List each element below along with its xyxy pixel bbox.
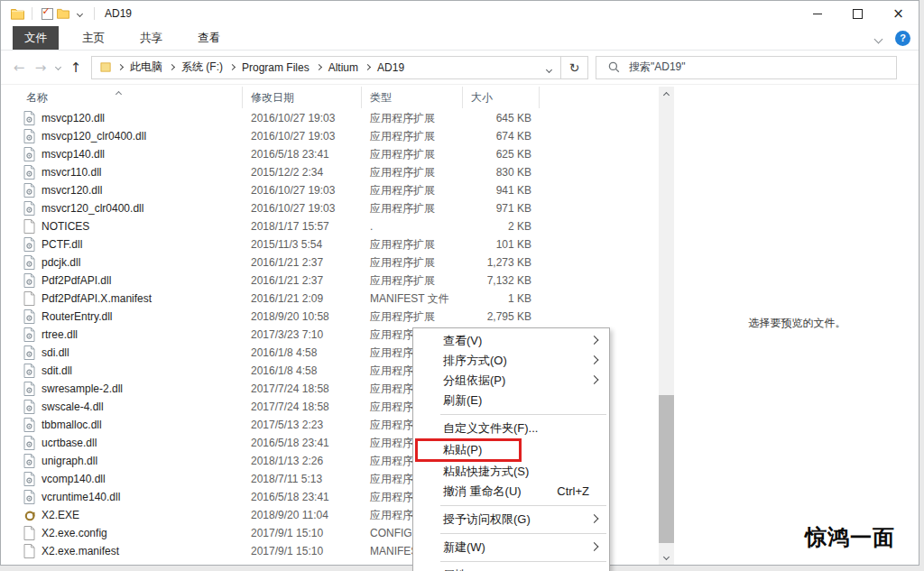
search-input[interactable]: 搜索"AD19" [629, 60, 686, 75]
recent-locations-chevron-icon[interactable] [51, 65, 64, 69]
address-dropdown-chevron-icon[interactable] [547, 60, 555, 76]
minimize-icon [813, 14, 822, 14]
up-icon: ↑ [70, 60, 82, 76]
file-size: 941 KB [463, 184, 540, 197]
file-date-modified: 2018/9/20 11:04 [243, 509, 362, 521]
dll-file-icon [23, 382, 37, 396]
file-row[interactable]: Pdf2PdfAPI.X.manifest2016/1/21 2:09MANIF… [1, 290, 659, 308]
column-header-size[interactable]: 大小 [463, 87, 540, 108]
scrollbar-thumb[interactable] [659, 395, 674, 543]
file-row[interactable]: msvcr120_clr0400.dll2016/10/27 19:03应用程序… [1, 199, 659, 217]
file-name-cell: Pdf2PdfAPI.dll [1, 273, 243, 288]
menu-item-view[interactable]: 查看(V) [413, 331, 609, 351]
file-name-cell: msvcr120.dll [1, 183, 243, 198]
column-header-date-modified[interactable]: 修改日期 [243, 87, 362, 108]
file-name: rtree.dll [42, 328, 78, 341]
file-name-cell: unigraph.dll [1, 454, 243, 468]
column-header-name[interactable]: 名称 [1, 87, 243, 108]
menu-item-paste-shortcut[interactable]: 粘贴快捷方式(S) [413, 462, 609, 482]
file-type: 应用程序扩展 [362, 201, 463, 216]
breadcrumb-segment[interactable]: Altium [324, 61, 363, 74]
file-name: Pdf2PdfAPI.X.manifest [42, 292, 152, 305]
file-row[interactable]: RouterEntry.dll2018/9/20 10:58应用程序扩展2,79… [1, 308, 659, 326]
vertical-scrollbar[interactable] [659, 87, 674, 565]
file-size: 1 KB [463, 292, 540, 305]
scrollbar-down-arrow-icon[interactable] [659, 549, 674, 564]
breadcrumb: 此电脑系统 (F:)Program FilesAltiumAD19 [116, 60, 547, 75]
ribbon-tab-share[interactable]: 共享 [128, 26, 174, 50]
breadcrumb-segment[interactable]: 系统 (F:) [177, 60, 227, 75]
breadcrumb-segment[interactable]: 此电脑 [125, 60, 167, 75]
file-name: X2.EXE [42, 509, 79, 521]
file-row[interactable]: msvcp120_clr0400.dll2016/10/27 19:03应用程序… [1, 127, 659, 145]
file-row[interactable]: PCTF.dll2015/11/3 5:54应用程序扩展101 KB [1, 235, 659, 253]
back-button[interactable]: ← [8, 60, 30, 76]
file-name-cell: RouterEntry.dll [1, 309, 243, 324]
address-bar[interactable]: 此电脑系统 (F:)Program FilesAltiumAD19 [91, 56, 561, 79]
menu-item-label: 新建(W) [443, 540, 485, 554]
dll-file-icon [23, 418, 37, 432]
maximize-button[interactable] [837, 1, 878, 26]
file-name-cell: pdcjk.dll [1, 255, 243, 270]
file-name-cell: sdi.dll [1, 345, 243, 360]
submenu-chevron-icon [590, 542, 599, 551]
ribbon-tab-home[interactable]: 主页 [70, 26, 116, 50]
file-name-cell: msvcp120.dll [1, 111, 243, 125]
address-folder-icon [97, 60, 114, 76]
help-button[interactable]: ? [895, 31, 910, 46]
search-box[interactable]: 搜索"AD19" [596, 56, 897, 79]
breadcrumb-segment[interactable]: AD19 [373, 61, 409, 74]
close-button[interactable]: × [878, 1, 919, 26]
quick-access-folder-icon[interactable] [55, 5, 71, 22]
scrollbar-up-arrow-icon[interactable] [659, 87, 674, 102]
titlebar-divider [94, 7, 95, 20]
file-name: vcruntime140.dll [42, 491, 120, 503]
file-row[interactable]: NOTICES2018/1/17 15:57.2 KB [1, 217, 659, 235]
altium-exe-icon [23, 508, 37, 522]
file-name-cell: tbbmalloc.dll [1, 418, 243, 432]
file-type: . [362, 220, 463, 233]
file-type: 应用程序扩展 [362, 147, 463, 162]
minimize-button[interactable] [797, 1, 837, 26]
file-row[interactable]: msvcr120.dll2016/10/27 19:03应用程序扩展941 KB [1, 181, 659, 199]
menu-item-give-access[interactable]: 授予访问权限(G) [413, 510, 609, 530]
dll-file-icon [23, 183, 37, 198]
file-row[interactable]: msvcr110.dll2015/12/2 2:34应用程序扩展830 KB [1, 163, 659, 181]
menu-item-customize-folder[interactable]: 自定义文件夹(F)... [413, 419, 609, 438]
file-name: X2.exe.config [42, 527, 107, 539]
qat-dropdown-chevron-icon[interactable] [71, 5, 88, 22]
file-date-modified: 2018/1/17 15:57 [243, 220, 362, 233]
up-button[interactable]: ↑ [64, 60, 88, 76]
breadcrumb-segment[interactable]: Program Files [237, 61, 314, 74]
file-size: 674 KB [463, 130, 540, 143]
file-row[interactable]: msvcp140.dll2016/5/18 23:41应用程序扩展625 KB [1, 145, 659, 163]
menu-item-undo-rename[interactable]: 撤消 重命名(U)Ctrl+Z [413, 482, 609, 502]
dll-file-icon [23, 273, 37, 288]
ribbon-expand-chevron-icon[interactable] [875, 30, 882, 46]
ribbon-tab-file[interactable]: 文件 [13, 26, 59, 50]
file-row[interactable]: Pdf2PdfAPI.dll2016/1/21 2:37应用程序扩展7,132 … [1, 272, 659, 290]
file-type: 应用程序扩展 [362, 309, 463, 325]
quick-access-checkbox-icon[interactable] [39, 5, 55, 22]
file-name: ucrtbase.dll [42, 437, 97, 449]
file-date-modified: 2016/10/27 19:03 [243, 202, 362, 215]
ribbon-tab-view[interactable]: 查看 [186, 26, 232, 50]
menu-item-new[interactable]: 新建(W) [413, 538, 609, 557]
menu-item-group-by[interactable]: 分组依据(P) [413, 371, 609, 391]
file-name: swresample-2.dll [42, 382, 123, 395]
file-date-modified: 2015/12/2 2:34 [243, 166, 362, 179]
menu-item-sort-by[interactable]: 排序方式(O) [413, 351, 609, 371]
refresh-button[interactable]: ↻ [561, 56, 588, 79]
submenu-chevron-icon [590, 336, 599, 345]
file-name: unigraph.dll [42, 455, 97, 467]
column-header-type[interactable]: 类型 [362, 87, 463, 108]
file-name-cell: swresample-2.dll [1, 382, 243, 396]
file-row[interactable]: pdcjk.dll2016/1/21 2:37应用程序扩展1,273 KB [1, 253, 659, 272]
menu-item-refresh[interactable]: 刷新(E) [413, 391, 609, 410]
submenu-chevron-icon [590, 514, 599, 523]
menu-item-label: 排序方式(O) [443, 354, 507, 367]
forward-button[interactable]: → [30, 60, 51, 76]
menu-item-paste[interactable]: 粘贴(P) [413, 438, 609, 462]
menu-item-properties[interactable]: 属性(R) [413, 566, 609, 571]
file-row[interactable]: msvcp120.dll2016/10/27 19:03应用程序扩展645 KB [1, 109, 659, 127]
